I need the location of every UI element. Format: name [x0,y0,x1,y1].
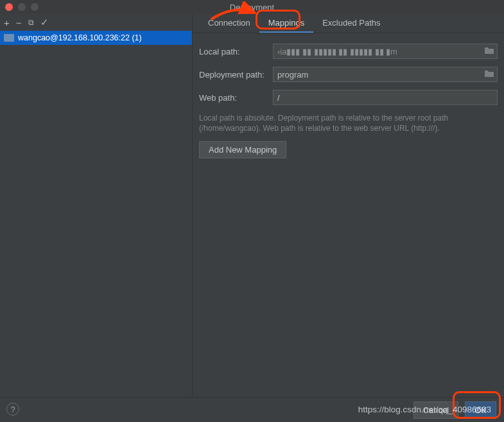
dialog-footer: ? Cancel OK [0,397,504,422]
sidebar-toolbar: + − ⧉ ✓ [0,14,192,31]
sftp-icon [4,34,14,42]
remove-server-icon[interactable]: − [16,17,22,28]
set-default-icon[interactable]: ✓ [40,17,49,28]
window-title: Deployment [0,3,504,12]
zoom-window-icon[interactable] [31,3,39,11]
server-list-item[interactable]: wangcao@192.168.100.236:22 (1) [0,31,192,45]
local-path-label: Local path: [199,47,273,56]
window-controls [5,3,39,11]
minimize-window-icon[interactable] [18,3,26,11]
add-new-mapping-button[interactable]: Add New Mapping [199,141,286,158]
deployment-panel: Connection Mappings Excluded Paths Local… [193,14,504,397]
tab-excluded-paths[interactable]: Excluded Paths [313,14,389,33]
mappings-form: Local path: ‹ia▮▮▮ ▮▮ ▮▮▮▮▮ ▮▮ ▮▮▮▮▮ ▮▮ … [193,33,504,165]
server-name: wangcao@192.168.100.236:22 (1) [18,33,142,42]
window-titlebar: Deployment [0,0,504,14]
web-path-label: Web path: [199,93,273,103]
copy-server-icon[interactable]: ⧉ [28,18,34,27]
web-path-input[interactable]: / [273,90,498,105]
close-window-icon[interactable] [5,3,13,11]
tab-mappings[interactable]: Mappings [259,14,313,33]
help-icon[interactable]: ? [6,403,19,416]
folder-icon[interactable] [484,46,494,55]
cancel-button[interactable]: Cancel [413,401,458,419]
tab-bar: Connection Mappings Excluded Paths [193,14,504,33]
deployment-path-label: Deployment path: [199,70,273,80]
folder-icon[interactable] [484,69,494,78]
servers-sidebar: + − ⧉ ✓ wangcao@192.168.100.236:22 (1) [0,14,193,397]
ok-button[interactable]: OK [465,401,496,419]
deployment-path-input[interactable]: program [273,67,498,82]
local-path-input[interactable]: ‹ia▮▮▮ ▮▮ ▮▮▮▮▮ ▮▮ ▮▮▮▮▮ ▮▮ ▮m [273,44,498,59]
paths-help-text: Local path is absolute. Deployment path … [199,113,498,133]
add-server-icon[interactable]: + [4,17,10,28]
tab-connection[interactable]: Connection [199,14,259,33]
